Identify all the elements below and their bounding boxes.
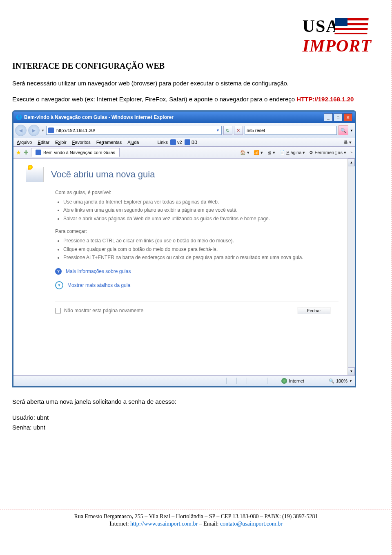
ie-icon <box>185 139 190 145</box>
ie-icon <box>170 139 176 145</box>
flag-icon <box>335 18 368 34</box>
bullet-item: Use uma janela do Internet Explorer para… <box>63 198 339 206</box>
zoom-control[interactable]: 🔍100%▼ <box>329 378 352 384</box>
menu-bar: Arquivo Editar Exibir Favoritos Ferramen… <box>13 138 355 147</box>
dont-show-checkbox[interactable] <box>55 308 61 313</box>
close-page-button[interactable]: Fechar <box>298 307 330 314</box>
paragraph-3: Será aberta uma nova janela solicitando … <box>12 397 380 407</box>
window-titlebar: 🌐 Bem-vindo à Navegação com Guias - Wind… <box>13 112 355 123</box>
back-button[interactable]: ◄ <box>15 125 27 136</box>
scrollbar[interactable]: ▲ ▼ <box>347 159 355 375</box>
menu-ajuda[interactable]: Ajuda <box>127 140 139 145</box>
maximize-button[interactable]: □ <box>334 113 343 121</box>
menu-ferramentas[interactable]: Ferramentas <box>96 140 122 145</box>
link-v2[interactable]: v2 <box>170 139 182 145</box>
scroll-up-icon[interactable]: ▲ <box>348 159 355 166</box>
section-title-2: Para começar: <box>55 228 339 234</box>
home-button[interactable]: 🏠 ▾ <box>240 150 249 155</box>
url-highlight: HTTP://192.168.1.20 <box>296 96 354 103</box>
bullet-item: Pressione ALT+ENTER na barra de endereço… <box>63 253 339 262</box>
address-bar[interactable]: ▼ <box>46 126 222 135</box>
tab-bar: ★ ✚ Bem-vindo à Navegação com Guias 🏠 ▾ … <box>13 147 355 159</box>
page-menu[interactable]: 📄 Página ▾ <box>279 150 305 155</box>
zone-label: Internet <box>289 378 304 383</box>
dont-show-label: Não mostrar esta página novamente <box>64 308 143 313</box>
search-button[interactable]: 🔍 <box>339 125 348 135</box>
forward-button[interactable]: ► <box>28 125 40 136</box>
arrow-down-icon: ▼ <box>55 281 63 289</box>
logo: USA IMPORT <box>303 16 372 56</box>
close-button[interactable]: ✕ <box>343 113 352 121</box>
address-dropdown-icon[interactable]: ▼ <box>216 128 220 132</box>
page-footer: Rua Ernesto Bergamasco, 255 – Vila Real … <box>0 510 392 527</box>
bullet-item: Abre links em uma guia em segundo plano … <box>63 206 339 214</box>
menu-exibir[interactable]: Exibir <box>55 140 67 145</box>
browser-viewport: ▲ ▼ Você abriu uma nova guia Com as guia… <box>13 159 355 375</box>
search-input[interactable]: ns5 reset <box>245 126 337 135</box>
tools-menu[interactable]: ⚙ Ferramentas ▾ <box>309 150 346 155</box>
bullet-item: Clique em qualquer guia com o botão do m… <box>63 245 339 253</box>
menu-arquivo[interactable]: Arquivo <box>17 140 32 145</box>
link-bb[interactable]: BB <box>185 139 198 145</box>
credential-pass: Senha: ubnt <box>12 423 380 432</box>
print-button[interactable]: 🖨 ▾ <box>267 150 275 155</box>
footer-address: Rua Ernesto Bergamasco, 255 – Vila Real … <box>0 513 392 520</box>
add-favorite-icon[interactable]: ✚ <box>24 149 29 156</box>
refresh-button[interactable]: ↻ <box>223 126 232 135</box>
ie-icon <box>36 150 41 155</box>
address-input[interactable] <box>56 128 216 133</box>
scroll-down-icon[interactable]: ▼ <box>348 367 355 375</box>
link-more-shortcuts[interactable]: Mostrar mais atalhos da guia <box>67 282 130 288</box>
tab-active[interactable]: Bem-vindo à Navegação com Guias <box>31 148 120 157</box>
new-tab-icon <box>26 167 44 182</box>
ie-icon: 🌐 <box>16 114 22 120</box>
menu-editar[interactable]: Editar <box>38 140 49 145</box>
bullet-item: Salvar e abrir várias páginas da Web de … <box>63 215 339 223</box>
logo-text-usa: USA <box>303 16 339 36</box>
link-more-info[interactable]: Mais informações sobre guias <box>66 269 131 274</box>
status-bar: Internet 🔍100%▼ <box>13 375 355 386</box>
window-title: Bem-vindo à Navegação com Guias - Window… <box>24 114 174 120</box>
links-label: Links <box>157 140 168 145</box>
minimize-button[interactable]: _ <box>324 113 333 121</box>
stop-button[interactable]: ✕ <box>234 126 243 135</box>
search-dropdown-icon[interactable]: ▼ <box>350 129 353 132</box>
paragraph-1: Será necessário utilizar um navegador we… <box>12 79 380 88</box>
chevron-icon[interactable]: » <box>350 150 352 154</box>
page-icon <box>48 128 54 133</box>
content-title: Você abriu uma nova guia <box>51 169 155 180</box>
paragraph-2: Execute o navegador web (ex: Internet Ex… <box>12 95 380 104</box>
menu-favoritos[interactable]: Favoritos <box>72 140 91 145</box>
nav-bar: ◄ ► ▼ ▼ ↻ ✕ ns5 reset 🔍 ▼ <box>13 123 355 138</box>
nav-dropdown-icon[interactable]: ▼ <box>41 129 45 132</box>
section-title-1: Com as guias, é possível: <box>55 190 339 195</box>
feed-button[interactable]: 📶 ▾ <box>254 150 263 155</box>
zoom-icon: 🔍 <box>329 378 334 384</box>
logo-text-import: IMPORT <box>303 36 372 56</box>
footer-website-link[interactable]: http://www.usaimport.com.br <box>130 521 198 527</box>
credential-user: Usuário: ubnt <box>12 413 380 423</box>
ie-window: 🌐 Bem-vindo à Navegação com Guias - Wind… <box>12 110 356 387</box>
footer-email-link[interactable]: contato@usaimport.com.br <box>220 521 283 527</box>
globe-icon <box>281 378 287 384</box>
help-icon: ? <box>55 268 62 275</box>
favorites-star-icon[interactable]: ★ <box>16 149 21 156</box>
encoding-button[interactable]: 🖶 ▾ <box>343 140 352 145</box>
bullet-item: Pressione a tecla CTRL ao clicar em link… <box>63 237 339 245</box>
page-heading: INTERFACE DE CONFIGURAÇÃO WEB <box>12 61 380 71</box>
